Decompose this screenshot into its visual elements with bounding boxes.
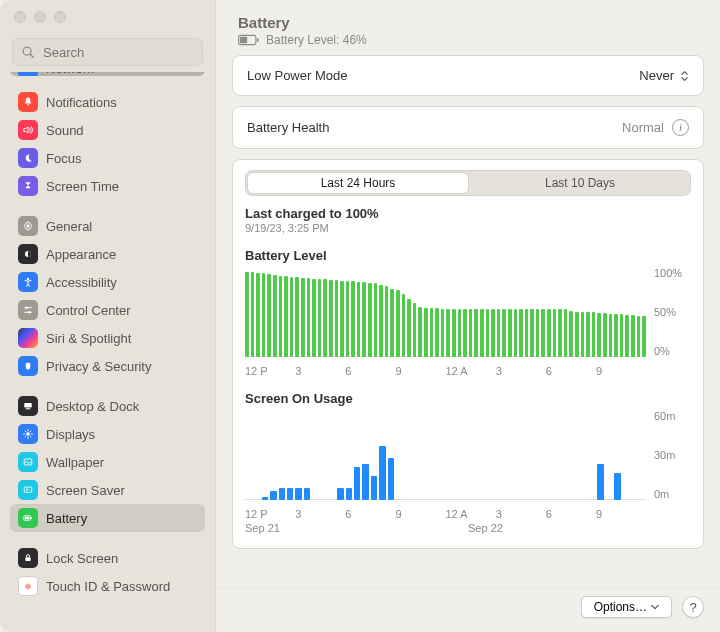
x-tick: 6 xyxy=(345,365,395,377)
x-tick: 12 A xyxy=(446,508,496,520)
sidebar-item-label: Displays xyxy=(46,427,95,442)
sidebar-item-desktop-dock[interactable]: Desktop & Dock xyxy=(10,392,205,420)
svg-line-16 xyxy=(30,436,31,437)
hourglass-icon xyxy=(18,176,38,196)
sidebar-item-privacy-security[interactable]: Privacy & Security xyxy=(10,352,205,380)
x-tick: 9 xyxy=(395,365,445,377)
chevron-down-icon xyxy=(651,604,659,610)
lock-icon xyxy=(18,548,38,568)
low-power-mode-select[interactable]: Never xyxy=(639,68,689,83)
select-value: Never xyxy=(639,68,674,83)
svg-point-3 xyxy=(26,224,29,227)
sidebar-item-focus[interactable]: Focus xyxy=(10,144,205,172)
y-axis: 100% 50% 0% xyxy=(646,267,691,357)
help-button[interactable]: ? xyxy=(682,596,704,618)
zoom-window-icon[interactable] xyxy=(54,11,66,23)
date-label: Sep 21 xyxy=(245,522,468,534)
x-tick: 9 xyxy=(596,508,646,520)
sidebar-item-label: Lock Screen xyxy=(46,551,118,566)
sidebar-item-label: Focus xyxy=(46,151,81,166)
x-tick: 3 xyxy=(295,365,345,377)
svg-rect-24 xyxy=(25,517,30,520)
minimize-window-icon[interactable] xyxy=(34,11,46,23)
bottom-bar: Options… ? xyxy=(216,587,720,632)
sidebar-item-screen-saver[interactable]: Screen Saver xyxy=(10,476,205,504)
sidebar-item-control-center[interactable]: Control Center xyxy=(10,296,205,324)
sidebar-item-label: Accessibility xyxy=(46,275,117,290)
sidebar-nav: Network Notifications Sound Focus Screen… xyxy=(0,72,215,632)
sidebar-item-screen-time[interactable]: Screen Time xyxy=(10,172,205,200)
options-button[interactable]: Options… xyxy=(581,596,672,618)
charts-card: Last 24 Hours Last 10 Days Last charged … xyxy=(232,159,704,549)
y-tick: 50% xyxy=(654,306,676,318)
sidebar-item-battery[interactable]: Battery xyxy=(10,504,205,532)
svg-rect-9 xyxy=(26,408,31,409)
page-header: Battery Battery Level: 46% xyxy=(216,0,720,55)
last-charged-sub: 9/19/23, 3:25 PM xyxy=(245,222,691,234)
sidebar-item-label: Privacy & Security xyxy=(46,359,151,374)
hand-icon xyxy=(18,356,38,376)
button-label: Options… xyxy=(594,600,647,614)
search-icon xyxy=(21,45,35,59)
page-title: Battery xyxy=(238,14,698,31)
x-tick: 3 xyxy=(496,508,546,520)
x-tick: 6 xyxy=(546,508,596,520)
search-field[interactable] xyxy=(12,38,203,66)
sliders-icon xyxy=(18,300,38,320)
sidebar-item-siri-spotlight[interactable]: Siri & Spotlight xyxy=(10,324,205,352)
sidebar-item-touch-id[interactable]: Touch ID & Password xyxy=(10,572,205,600)
main-panel: Battery Battery Level: 46% Low Power Mod… xyxy=(216,0,720,632)
sidebar-item-accessibility[interactable]: Accessibility xyxy=(10,268,205,296)
y-tick: 0% xyxy=(654,345,670,357)
x-tick: 3 xyxy=(295,508,345,520)
x-tick: 3 xyxy=(496,365,546,377)
sidebar-item-appearance[interactable]: Appearance xyxy=(10,240,205,268)
y-tick: 0m xyxy=(654,488,669,500)
svg-rect-25 xyxy=(25,557,30,561)
svg-line-17 xyxy=(25,436,26,437)
sidebar-item-lock-screen[interactable]: Lock Screen xyxy=(10,544,205,572)
svg-point-10 xyxy=(26,432,29,435)
chevron-up-down-icon xyxy=(680,69,689,83)
date-row: Sep 21 Sep 22 xyxy=(245,522,691,534)
svg-rect-27 xyxy=(257,38,259,42)
sidebar-item-sound[interactable]: Sound xyxy=(10,116,205,144)
svg-rect-23 xyxy=(31,517,32,519)
fingerprint-icon xyxy=(18,576,38,596)
wallpaper-icon xyxy=(18,452,38,472)
svg-line-18 xyxy=(30,431,31,432)
moon-icon xyxy=(18,148,38,168)
chart-title: Battery Level xyxy=(245,248,691,263)
siri-icon xyxy=(18,328,38,348)
sidebar-item-label: Screen Saver xyxy=(46,483,125,498)
x-tick: 6 xyxy=(345,508,395,520)
battery-icon xyxy=(18,508,38,528)
sidebar-item-notifications[interactable]: Notifications xyxy=(10,88,205,116)
segment-last-10-days[interactable]: Last 10 Days xyxy=(470,171,690,195)
svg-point-5 xyxy=(27,278,29,280)
sidebar-item-label: Touch ID & Password xyxy=(46,579,170,594)
row-label: Battery Health xyxy=(247,120,329,135)
last-charged-title: Last charged to 100% xyxy=(245,206,691,221)
globe-icon xyxy=(18,72,38,76)
x-tick: 12 P xyxy=(245,508,295,520)
sidebar-item-label: Control Center xyxy=(46,303,131,318)
segment-last-24-hours[interactable]: Last 24 Hours xyxy=(247,172,469,194)
x-tick: 9 xyxy=(395,508,445,520)
battery-level-chart: Battery Level 100% 50% 0% 12 P36912 A369 xyxy=(245,248,691,377)
sidebar-item-wallpaper[interactable]: Wallpaper xyxy=(10,448,205,476)
y-tick: 60m xyxy=(654,410,675,422)
appearance-icon xyxy=(18,244,38,264)
sidebar-item-displays[interactable]: Displays xyxy=(10,420,205,448)
sidebar-item-general[interactable]: General xyxy=(10,212,205,240)
x-tick: 12 P xyxy=(245,365,295,377)
row-low-power-mode: Low Power Mode Never xyxy=(232,55,704,96)
info-icon[interactable]: i xyxy=(672,119,689,136)
search-input[interactable] xyxy=(41,44,213,61)
x-tick: 12 A xyxy=(446,365,496,377)
y-tick: 100% xyxy=(654,267,682,279)
x-axis: 12 P36912 A369 xyxy=(245,508,691,520)
close-window-icon[interactable] xyxy=(14,11,26,23)
row-battery-health: Battery Health Normal i xyxy=(232,106,704,149)
chart-title: Screen On Usage xyxy=(245,391,691,406)
